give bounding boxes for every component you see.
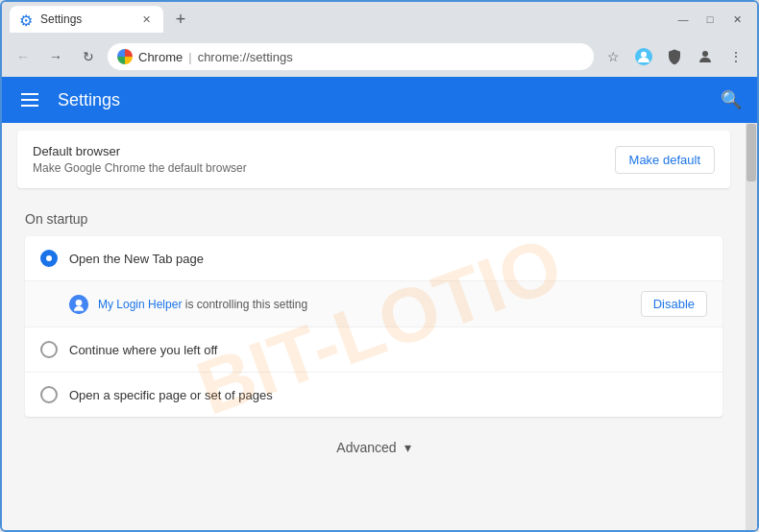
radio-continue[interactable] [40,341,58,358]
advanced-label: Advanced [336,440,396,455]
svg-point-2 [702,51,708,57]
startup-options-card: Open the New Tab page My Login H [25,236,722,417]
startup-option-specific[interactable]: Open a specific page or set of pages [25,373,722,417]
refresh-button[interactable]: ↻ [75,43,102,70]
svg-point-4 [76,300,83,306]
browser-window: ⚙ Settings ✕ + — □ ✕ ← → ↻ Chrome | chro… [0,0,759,532]
forward-button[interactable]: → [42,43,69,70]
scrollbar-thumb[interactable] [747,124,756,181]
address-divider: | [188,50,191,64]
chrome-logo-icon [117,49,133,64]
toolbar-icons: ☆ ⋮ [600,43,749,70]
login-helper-suffix: is controlling this setting [182,298,307,311]
option-label-new-tab: Open the New Tab page [69,252,707,266]
default-browser-section: Default browser Make Google Chrome the d… [17,131,730,188]
close-button[interactable]: ✕ [724,7,749,32]
window-controls: — □ ✕ [671,7,749,32]
tab-favicon: ⚙ [19,12,35,27]
new-tab-button[interactable]: + [167,6,194,33]
address-url: chrome://settings [198,50,293,64]
tab-close-button[interactable]: ✕ [138,12,154,27]
address-brand: Chrome [138,50,183,64]
login-helper-icon [69,295,88,314]
star-icon[interactable]: ☆ [600,43,626,70]
startup-option-new-tab[interactable]: Open the New Tab page [25,236,722,281]
radio-specific[interactable] [40,386,58,403]
address-bar-area: ← → ↻ Chrome | chrome://settings ☆ ⋮ [2,36,757,77]
advanced-section[interactable]: Advanced ▾ [2,424,746,471]
radio-new-tab[interactable] [40,250,58,267]
disable-button[interactable]: Disable [641,291,707,317]
shield-icon[interactable] [661,43,688,70]
hamburger-menu[interactable] [17,89,42,110]
settings-content: BIT-LOTIO Default browser Make Google Ch… [2,123,757,530]
tab-title: Settings [40,12,133,26]
scrollbar[interactable] [746,123,757,530]
default-browser-description: Make Google Chrome the default browser [33,161,247,175]
chevron-down-icon: ▾ [404,440,411,455]
login-helper-row: My Login Helper is controlling this sett… [25,281,722,327]
default-browser-title: Default browser [33,144,247,158]
settings-page-title: Settings [58,90,705,110]
avatar-icon[interactable] [630,43,657,70]
make-default-button[interactable]: Make default [615,146,715,174]
search-button[interactable]: 🔍 [721,89,742,110]
restore-button[interactable]: □ [698,7,722,32]
address-bar[interactable]: Chrome | chrome://settings [108,43,594,70]
minimize-button[interactable]: — [671,7,696,32]
settings-header: Settings 🔍 [2,77,757,123]
startup-option-continue[interactable]: Continue where you left off [25,327,722,373]
login-helper-link[interactable]: My Login Helper [98,298,182,311]
on-startup-title: On startup [25,211,722,227]
option-label-specific: Open a specific page or set of pages [69,388,707,402]
default-browser-text: Default browser Make Google Chrome the d… [33,144,247,175]
menu-button[interactable]: ⋮ [722,43,749,70]
title-bar: ⚙ Settings ✕ + — □ ✕ [2,2,757,36]
browser-tab[interactable]: ⚙ Settings ✕ [10,6,163,33]
account-icon[interactable] [692,43,719,70]
on-startup-section: On startup Open the New Tab page [2,196,746,424]
login-helper-text: My Login Helper is controlling this sett… [98,298,631,311]
svg-point-1 [641,52,647,58]
option-label-continue: Continue where you left off [69,343,707,357]
back-button[interactable]: ← [10,43,37,70]
content-area: Default browser Make Google Chrome the d… [2,131,746,490]
